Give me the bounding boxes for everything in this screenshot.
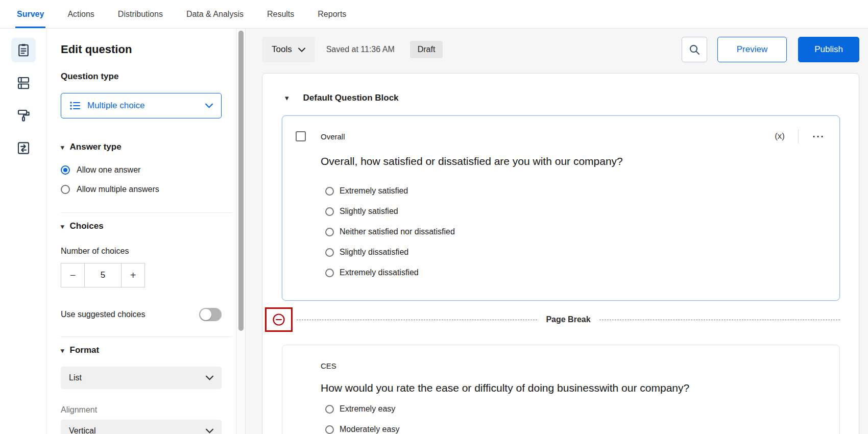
page-break-label: Page Break [537, 315, 599, 324]
choice-row[interactable]: Moderately easy [325, 423, 825, 434]
tab-distributions[interactable]: Distributions [118, 0, 163, 28]
search-button[interactable] [682, 37, 707, 62]
save-status-text: Saved at 11:36 AM [326, 45, 395, 54]
alignment-dropdown[interactable]: Vertical [61, 420, 222, 434]
question-id: CES [321, 361, 336, 370]
page-break-dashes [599, 320, 840, 320]
choice-row[interactable]: Slightly dissatisfied [325, 246, 825, 258]
tab-data-analysis[interactable]: Data & Analysis [186, 0, 244, 28]
choice-count-value: 5 [84, 263, 122, 287]
block-title: Default Question Block [303, 93, 399, 103]
question-type-label: Question type [61, 71, 236, 82]
alignment-label: Alignment [61, 405, 236, 415]
answer-type-section-header[interactable]: ▾ Answer type [61, 142, 122, 152]
question-block-card: ▾ Default Question Block Overall (x) ⋯ O… [262, 73, 859, 434]
look-and-feel-icon[interactable] [11, 103, 36, 128]
radio-choice-icon[interactable] [325, 405, 334, 414]
tab-reports[interactable]: Reports [318, 0, 346, 28]
panel-title: Edit question [61, 43, 236, 56]
annotation-highlight-box [265, 307, 293, 332]
choice-row[interactable]: Slightly satisfied [325, 205, 825, 218]
preview-button[interactable]: Preview [717, 37, 787, 62]
answer-type-label: Answer type [70, 142, 122, 152]
question-type-value: Multiple choice [87, 101, 144, 111]
scrollbar-thumb[interactable] [238, 31, 244, 331]
use-suggested-choices-row: Use suggested choices [61, 308, 222, 321]
top-nav: Survey Actions Distributions Data & Anal… [0, 0, 868, 29]
question-text[interactable]: How would you rate the ease or difficult… [321, 381, 825, 395]
chevron-down-icon [205, 103, 213, 108]
page-break-row: Page Break [265, 307, 840, 332]
toolbar: Tools Saved at 11:36 AM Draft Preview Pu… [262, 36, 859, 63]
radio-choice-icon[interactable] [325, 187, 334, 196]
chevron-down-icon [206, 428, 213, 433]
choices-section-header[interactable]: ▾ Choices [61, 221, 104, 231]
page-break-dashes [297, 320, 537, 320]
radio-choice-icon[interactable] [325, 269, 334, 277]
choices-label: Choices [70, 221, 104, 231]
collapse-triangle-icon: ▾ [61, 347, 64, 354]
section-divider [61, 212, 232, 213]
decrease-choices-button[interactable]: − [61, 263, 85, 287]
icon-rail [0, 29, 47, 434]
tab-results[interactable]: Results [267, 0, 294, 28]
format-section-header[interactable]: ▾ Format [61, 345, 99, 355]
answer-type-option-allow-multiple[interactable]: Allow multiple answers [61, 185, 236, 194]
chevron-down-icon [206, 375, 213, 380]
block-collapse-triangle-icon[interactable]: ▾ [285, 93, 289, 103]
radio-choice-icon[interactable] [325, 248, 334, 257]
radio-button-icon [61, 165, 70, 175]
publish-button[interactable]: Publish [798, 37, 859, 62]
question-text[interactable]: Overall, how satisfied or dissatisfied a… [321, 155, 825, 168]
toggle-knob [200, 309, 211, 320]
choice-count-stepper: − 5 + [61, 263, 236, 287]
choice-row[interactable]: Extremely easy [325, 403, 825, 415]
section-divider [61, 336, 232, 337]
survey-canvas: Tools Saved at 11:36 AM Draft Preview Pu… [246, 29, 868, 434]
blocks-icon[interactable] [11, 70, 36, 95]
radio-choice-icon[interactable] [325, 228, 334, 236]
choice-row[interactable]: Extremely dissatisfied [325, 267, 825, 279]
remove-page-break-icon[interactable] [272, 312, 286, 327]
block-header: ▾ Default Question Block [262, 93, 859, 103]
format-value: List [69, 373, 82, 382]
nav-tabs: Survey Actions Distributions Data & Anal… [17, 0, 346, 28]
choice-row[interactable]: Neither satisfied nor dissatisfied [325, 226, 825, 238]
increase-choices-button[interactable]: + [121, 263, 145, 287]
choice-row[interactable]: Extremely satisfied [325, 185, 825, 197]
question-type-dropdown[interactable]: Multiple choice [61, 93, 222, 118]
alignment-value: Vertical [69, 426, 95, 434]
tab-actions[interactable]: Actions [67, 0, 94, 28]
format-label: Format [70, 345, 100, 355]
more-menu-icon[interactable]: ⋯ [799, 133, 825, 140]
search-icon [689, 44, 700, 55]
collapse-triangle-icon: ▾ [61, 223, 64, 230]
status-badge: Draft [410, 41, 443, 58]
chevron-down-icon [298, 47, 305, 52]
use-suggested-choices-label: Use suggested choices [61, 310, 145, 319]
radio-choice-icon[interactable] [325, 207, 334, 216]
question-card-ces[interactable]: CES How would you rate the ease or diffi… [282, 345, 840, 434]
question-checkbox[interactable] [296, 131, 306, 141]
radio-button-icon [61, 185, 70, 194]
multiple-choice-icon [69, 101, 81, 111]
tab-survey[interactable]: Survey [17, 0, 44, 28]
edit-question-panel: Edit question Question type Multiple cho… [47, 29, 236, 434]
use-suggested-choices-toggle[interactable] [199, 308, 222, 321]
question-card-overall[interactable]: Overall (x) ⋯ Overall, how satisfied or … [282, 115, 840, 301]
radio-choice-icon[interactable] [325, 425, 334, 434]
question-id: Overall [321, 132, 345, 141]
survey-builder-icon[interactable] [11, 38, 36, 62]
sidebar-scrollbar[interactable] [236, 29, 246, 434]
exclude-question-icon[interactable]: (x) [775, 131, 798, 141]
number-of-choices-label: Number of choices [61, 247, 236, 256]
answer-type-option-allow-one[interactable]: Allow one answer [61, 165, 236, 175]
tools-button[interactable]: Tools [262, 37, 315, 62]
collapse-triangle-icon: ▾ [61, 143, 64, 151]
format-dropdown[interactable]: List [61, 367, 222, 389]
survey-flow-icon[interactable] [11, 136, 36, 160]
